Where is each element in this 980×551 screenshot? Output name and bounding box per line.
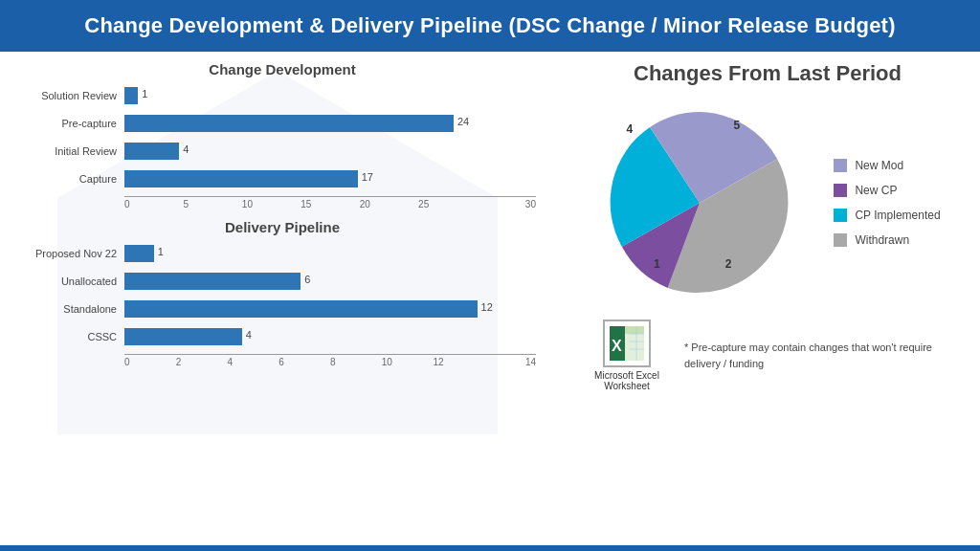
x-tick: 20 — [360, 199, 418, 209]
x-tick: 0 — [124, 199, 183, 209]
bar-pre-capture — [124, 115, 454, 132]
x-tick: 15 — [301, 199, 359, 209]
delivery-pipeline-chart: Delivery Pipeline Proposed Nov 22 1 Unal… — [29, 219, 536, 367]
x-tick: 4 — [228, 357, 279, 367]
bottom-right-area: X Microsoft ExcelWorksheet * Pre-capture… — [574, 320, 961, 391]
x-tick: 30 — [478, 199, 536, 209]
bar-row-cssc: CSSC 4 — [29, 326, 536, 347]
x-tick: 2 — [176, 357, 228, 367]
bar-unallocated — [124, 273, 301, 290]
bar-value-initial-review: 4 — [183, 143, 189, 155]
svg-text:X: X — [612, 338, 622, 354]
x-tick: 6 — [278, 357, 330, 367]
x-tick: 12 — [434, 357, 485, 367]
pie-chart: 4 5 2 1 — [594, 98, 805, 308]
x-tick: 10 — [242, 199, 301, 209]
bar-row-solution-review: Solution Review 1 — [29, 85, 536, 106]
legend-item-new-mod: New Mod — [834, 159, 940, 172]
bar-proposed — [124, 245, 154, 262]
bar-row-proposed: Proposed Nov 22 1 — [29, 243, 536, 264]
left-panel: Change Development Solution Review 1 Pre… — [0, 52, 555, 547]
legend: New Mod New CP CP Implemented Withdrawn — [834, 159, 940, 247]
bar-row-standalone: Standalone 12 — [29, 298, 536, 320]
legend-label-withdrawn: Withdrawn — [855, 233, 909, 247]
bar-standalone — [124, 300, 478, 318]
bar-label-proposed: Proposed Nov 22 — [29, 248, 124, 259]
bar-cssc — [124, 328, 242, 345]
excel-icon-container: X Microsoft ExcelWorksheet — [584, 320, 670, 391]
bar-container-initial-review: 4 — [124, 143, 536, 160]
bar-label-pre-capture: Pre-capture — [29, 118, 124, 129]
x-tick: 10 — [382, 357, 434, 367]
bar-value-cssc: 4 — [246, 329, 252, 341]
change-development-title: Change Development — [29, 61, 536, 77]
x-tick: 8 — [330, 357, 382, 367]
legend-item-withdrawn: Withdrawn — [834, 233, 940, 247]
bar-row-initial-review: Initial Review 4 — [29, 141, 536, 162]
pie-area: 4 5 2 1 New Mod New CP CP Implemented — [574, 98, 961, 308]
legend-item-cp-implemented: CP Implemented — [834, 209, 940, 222]
changes-from-last-period-title: Changes From Last Period — [574, 61, 961, 86]
change-dev-x-axis: 0 5 10 15 20 25 30 — [124, 196, 536, 209]
bar-row-unallocated: Unallocated 6 — [29, 271, 536, 292]
excel-icon-svg: X — [608, 324, 646, 363]
bar-value-standalone: 12 — [481, 301, 493, 313]
bar-container-pre-capture: 24 — [124, 115, 536, 132]
bar-label-cssc: CSSC — [29, 331, 124, 342]
page-title: Change Development & Delivery Pipeline (… — [0, 0, 980, 52]
legend-swatch-cp-implemented — [834, 209, 847, 222]
bar-value-pre-capture: 24 — [457, 116, 469, 127]
bottom-bar — [0, 545, 980, 551]
svg-rect-3 — [625, 326, 644, 334]
bar-row-capture: Capture 17 — [29, 168, 536, 189]
change-development-chart: Change Development Solution Review 1 Pre… — [29, 61, 536, 209]
bar-label-initial-review: Initial Review — [29, 145, 124, 157]
x-tick: 0 — [124, 357, 176, 367]
legend-label-cp-implemented: CP Implemented — [855, 209, 940, 222]
bar-solution-review — [124, 87, 138, 104]
delivery-pipeline-title: Delivery Pipeline — [29, 219, 536, 235]
delivery-x-axis: 0 2 4 6 8 10 12 14 — [124, 354, 536, 367]
header-title-text: Change Development & Delivery Pipeline (… — [84, 13, 895, 37]
bar-capture — [124, 170, 358, 187]
bar-container-solution-review: 1 — [124, 87, 536, 104]
legend-label-new-mod: New Mod — [855, 159, 903, 172]
bar-container-proposed: 1 — [124, 245, 536, 262]
legend-label-new-cp: New CP — [855, 184, 897, 197]
pie-label-new-mod: 5 — [734, 119, 741, 132]
legend-item-new-cp: New CP — [834, 184, 940, 197]
legend-swatch-withdrawn — [834, 233, 847, 247]
x-tick: 5 — [183, 199, 241, 209]
excel-note: * Pre-capture may contain changes that w… — [684, 340, 951, 371]
bar-label-standalone: Standalone — [29, 303, 124, 315]
bar-container-unallocated: 6 — [124, 273, 536, 290]
bar-row-pre-capture: Pre-capture 24 — [29, 113, 536, 134]
pie-label-withdrawn: 4 — [626, 122, 633, 136]
right-panel: Changes From Last Period — [555, 52, 980, 547]
bar-value-unallocated: 6 — [304, 274, 310, 285]
bar-value-capture: 17 — [362, 171, 373, 183]
pie-label-cp-implemented: 1 — [654, 257, 660, 271]
excel-label: Microsoft ExcelWorksheet — [594, 370, 659, 391]
bar-label-unallocated: Unallocated — [29, 276, 124, 287]
bar-container-capture: 17 — [124, 170, 536, 187]
legend-swatch-new-cp — [834, 184, 847, 197]
pie-label-new-cp: 2 — [725, 257, 732, 271]
bar-container-standalone: 12 — [124, 300, 536, 318]
bar-container-cssc: 4 — [124, 328, 536, 345]
bar-label-capture: Capture — [29, 173, 124, 185]
bar-value-proposed: 1 — [158, 246, 164, 257]
legend-swatch-new-mod — [834, 159, 847, 172]
x-tick: 25 — [418, 199, 477, 209]
x-tick: 14 — [484, 357, 536, 367]
bar-label-solution-review: Solution Review — [29, 90, 124, 101]
bar-initial-review — [124, 143, 179, 160]
bar-value-solution-review: 1 — [142, 88, 147, 99]
excel-icon-wrapper: X — [603, 320, 651, 367]
